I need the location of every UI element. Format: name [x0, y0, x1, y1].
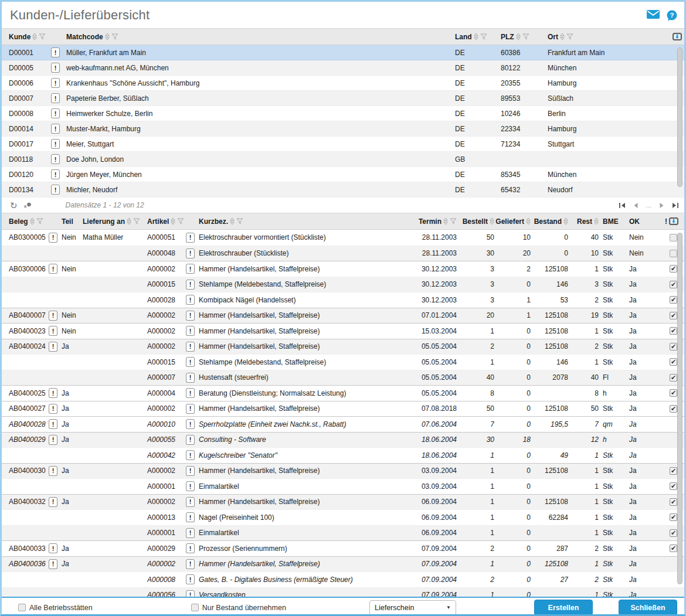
- order-row[interactable]: AB0400036!JaA000002!Hammer (Handelsartik…: [2, 556, 684, 572]
- warning-icon[interactable]: !: [49, 388, 57, 398]
- warning-icon[interactable]: !: [51, 124, 60, 134]
- order-row[interactable]: A000015!Stehlampe (Meldebestand, Staffel…: [2, 354, 684, 370]
- export-icon[interactable]: [669, 217, 678, 225]
- warning-icon[interactable]: !: [51, 78, 60, 88]
- warning-icon[interactable]: !: [49, 342, 57, 352]
- warning-icon[interactable]: !: [186, 249, 195, 258]
- order-row[interactable]: A000007!Hustensaft (steuerfrei)05.05.200…: [2, 370, 684, 386]
- warning-icon[interactable]: !: [186, 295, 195, 305]
- termin-column-header[interactable]: Termin: [398, 217, 457, 226]
- mail-icon[interactable]: [647, 10, 660, 19]
- geliefert-column-header[interactable]: Geliefert: [494, 217, 531, 226]
- warning-icon[interactable]: !: [49, 326, 57, 336]
- order-row[interactable]: AB0300006!NeinA000002!Hammer (Handelsart…: [2, 261, 684, 277]
- first-page-icon[interactable]: [619, 203, 626, 208]
- order-row[interactable]: AB0400030!JaA000002!Hammer (Handelsartik…: [2, 463, 684, 479]
- warning-icon[interactable]: !: [51, 47, 60, 57]
- kunde-column-header[interactable]: Kunde: [2, 33, 51, 41]
- customer-row[interactable]: D00001!Müller, Frankfurt am MainDE60386F…: [2, 45, 684, 60]
- order-row[interactable]: A000048!Elektroschrauber (Stückliste)28.…: [2, 246, 684, 261]
- refresh-icon[interactable]: ↻: [10, 201, 18, 210]
- order-row[interactable]: A000042!Kugelschreiber "Senator"18.06.20…: [2, 447, 684, 463]
- warning-icon[interactable]: !: [51, 93, 60, 103]
- warning-icon[interactable]: !: [51, 185, 60, 195]
- order-row[interactable]: A000056!Versandkosten07.09.2004101StkJa: [2, 587, 684, 597]
- warning-icon[interactable]: !: [186, 404, 195, 414]
- order-row[interactable]: AB0400023!NeinA000002!Hammer (Handelsart…: [2, 323, 684, 339]
- bestand-column-header[interactable]: Bestand: [531, 217, 568, 226]
- auto-refresh-icon[interactable]: [23, 202, 32, 209]
- warning-icon[interactable]: !: [186, 497, 195, 507]
- order-row[interactable]: A000001!Einmalartikel06.09.2004101StkJa: [2, 525, 684, 541]
- beleg-column-header[interactable]: Beleg: [2, 217, 49, 226]
- order-row[interactable]: A000001!Einmalartikel03.09.2004101StkJa: [2, 478, 684, 494]
- customer-row[interactable]: D00118!Doe John, LondonGB: [2, 152, 684, 167]
- lieferung_an-column-header[interactable]: Lieferung an: [83, 217, 147, 226]
- warning-icon[interactable]: !: [49, 311, 57, 321]
- customer-row[interactable]: D00014!Muster-Markt, HamburgDE22334Hambu…: [2, 121, 684, 137]
- warning-icon[interactable]: !: [186, 326, 195, 336]
- warning-icon[interactable]: !: [186, 574, 195, 584]
- warning-icon[interactable]: !: [186, 388, 195, 398]
- warning-icon[interactable]: !: [49, 404, 57, 414]
- orders-scrollbar[interactable]: [676, 233, 683, 594]
- order-row[interactable]: AB0400028!JaA000010!Sperrholzplatte (Ein…: [2, 416, 684, 432]
- create-button[interactable]: Erstellen: [534, 600, 593, 615]
- warning-icon[interactable]: !: [186, 435, 195, 445]
- artikel-column-header[interactable]: Artikel: [147, 217, 186, 226]
- warning-icon[interactable]: !: [51, 139, 60, 149]
- warning-icon[interactable]: !: [51, 169, 60, 179]
- order-row[interactable]: A000015!Stehlampe (Meldebestand, Staffel…: [2, 277, 684, 292]
- warning-icon[interactable]: !: [51, 154, 60, 164]
- warning-icon[interactable]: !: [186, 357, 195, 367]
- warning-icon[interactable]: !: [186, 512, 195, 522]
- warning-icon[interactable]: !: [186, 543, 195, 553]
- order-row[interactable]: A000028!Kombipack Nägel (Handelsset)30.1…: [2, 292, 684, 308]
- warning-icon[interactable]: !: [51, 63, 60, 73]
- warning-icon[interactable]: !: [49, 233, 57, 243]
- warning-icon[interactable]: !: [49, 559, 57, 569]
- warning-icon[interactable]: !: [49, 264, 57, 274]
- order-row[interactable]: AB0300005!NeinMatha MüllerA000051!Elektr…: [2, 230, 684, 246]
- warning-icon[interactable]: !: [186, 311, 195, 321]
- warning-icon[interactable]: !: [49, 466, 57, 476]
- customer-row[interactable]: D00134!Michler, NeudorfDE65432Neudorf: [2, 182, 684, 198]
- help-icon[interactable]: ?: [667, 10, 677, 21]
- warning-icon[interactable]: !: [186, 481, 195, 491]
- last-page-icon[interactable]: [672, 203, 678, 208]
- warning-icon[interactable]: !: [186, 342, 195, 352]
- customer-row[interactable]: D00006!Krankenhaus "Schöne Aussicht", Ha…: [2, 76, 684, 91]
- customer-row[interactable]: D00017!Meier, StuttgartDE71234Stuttgart: [2, 137, 684, 152]
- warning-icon[interactable]: !: [186, 528, 195, 538]
- order-row[interactable]: AB0400033!JaA000029!Prozessor (Seriennum…: [2, 540, 684, 556]
- all-sites-checkbox[interactable]: [18, 604, 26, 611]
- warning-icon[interactable]: !: [186, 373, 195, 383]
- warning-icon[interactable]: !: [186, 264, 195, 274]
- order-row[interactable]: AB0400007!NeinA000002!Hammer (Handelsart…: [2, 308, 684, 324]
- bestellt-column-header[interactable]: Bestellt: [457, 217, 494, 226]
- matchcode-column-header[interactable]: Matchcode: [66, 33, 455, 41]
- order-row[interactable]: AB0400027!JaA000002!Hammer (Handelsartik…: [2, 401, 684, 417]
- warning-icon[interactable]: !: [186, 466, 195, 476]
- order-row[interactable]: AB0400025!JaA000004!Beratung (Dienstleis…: [2, 385, 684, 401]
- customers-scrollbar[interactable]: [676, 47, 683, 195]
- order-row[interactable]: A000008!Gates, B. - Digitales Business (…: [2, 571, 684, 587]
- close-button[interactable]: Schließen: [619, 600, 677, 615]
- warning-icon[interactable]: !: [49, 435, 57, 445]
- order-row[interactable]: AB0400029!JaA000055!Consulting - Softwar…: [2, 432, 684, 448]
- warning-icon[interactable]: !: [186, 233, 195, 243]
- previous-page-icon[interactable]: [634, 203, 638, 208]
- next-page-icon[interactable]: [660, 203, 664, 208]
- document-type-select[interactable]: Lieferschein ▼: [369, 600, 456, 615]
- warning-icon[interactable]: !: [186, 280, 195, 290]
- warning-icon[interactable]: !: [49, 543, 57, 553]
- rest-column-header[interactable]: Rest: [568, 217, 599, 226]
- order-row[interactable]: AB0400024!JaA000002!Hammer (Handelsartik…: [2, 339, 684, 355]
- land-column-header[interactable]: Land: [455, 33, 501, 41]
- warning-icon[interactable]: !: [186, 450, 195, 460]
- export-icon[interactable]: [673, 33, 682, 40]
- customer-row[interactable]: D00005!web-kaufmann.net AG, MünchenDE801…: [2, 60, 684, 76]
- warning-icon[interactable]: !: [186, 419, 195, 429]
- warning-icon[interactable]: !: [49, 497, 57, 507]
- plz-column-header[interactable]: PLZ: [501, 33, 548, 41]
